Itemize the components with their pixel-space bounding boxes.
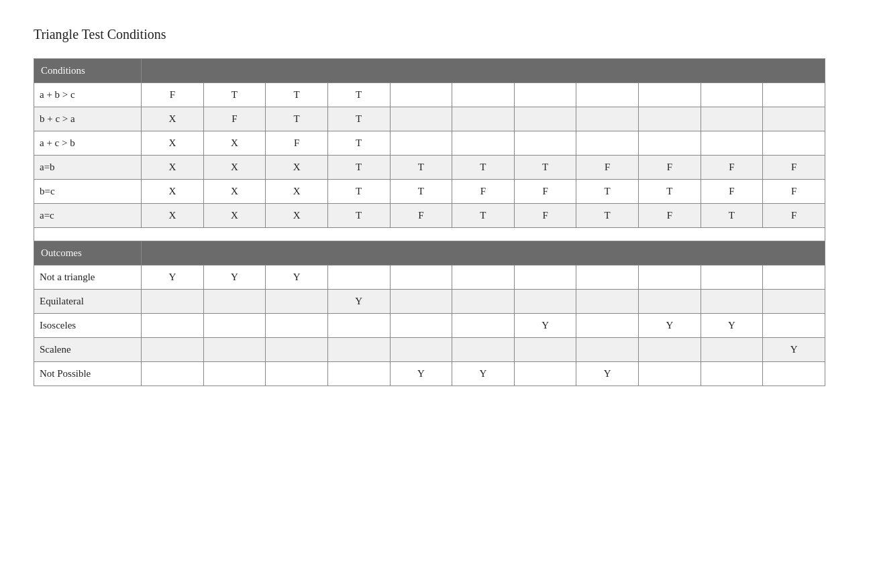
cell: Y (452, 362, 515, 386)
cell (576, 107, 639, 131)
cell (452, 107, 515, 131)
row-label: b=c (34, 180, 142, 204)
cell (701, 83, 763, 107)
cell (701, 107, 763, 131)
outcomes-header-label: Outcomes (34, 241, 142, 266)
cell (327, 314, 390, 338)
cell: Y (514, 314, 576, 338)
table-row: Not PossibleYYY (34, 362, 825, 386)
cell (452, 83, 515, 107)
cell: T (327, 180, 390, 204)
cell (452, 131, 515, 156)
table-row: EquilateralY (34, 290, 825, 314)
conditions-header-row: Conditions (34, 59, 825, 83)
cell (639, 290, 701, 314)
table-row: b=cXXXTTFFTTFF (34, 180, 825, 204)
cell: T (266, 83, 328, 107)
cell (514, 362, 576, 386)
cell (390, 83, 452, 107)
cell: T (266, 107, 328, 131)
cell (452, 290, 515, 314)
cell (514, 83, 576, 107)
cell (390, 107, 452, 131)
cell: X (142, 180, 204, 204)
cell: F (576, 156, 639, 180)
cell (203, 314, 266, 338)
cell: F (639, 156, 701, 180)
cell: X (266, 204, 328, 228)
cell: Y (327, 290, 390, 314)
row-label: a=c (34, 204, 142, 228)
row-label: Scalene (34, 338, 142, 362)
row-label: Equilateral (34, 290, 142, 314)
cell: T (514, 156, 576, 180)
cell: X (266, 156, 328, 180)
cell (266, 362, 328, 386)
cell: T (452, 204, 515, 228)
row-label: Isosceles (34, 314, 142, 338)
cell: T (390, 180, 452, 204)
cell: T (327, 156, 390, 180)
cell (142, 290, 204, 314)
table-row: a=cXXXTFTFTFTF (34, 204, 825, 228)
cell (390, 131, 452, 156)
cell: F (763, 180, 825, 204)
table-row: b + c > aXFTT (34, 107, 825, 131)
cell (452, 314, 515, 338)
cell: F (452, 180, 515, 204)
cell: F (763, 204, 825, 228)
cell (576, 290, 639, 314)
cell (390, 266, 452, 290)
cell: Y (203, 266, 266, 290)
cell (576, 266, 639, 290)
table-row: a + b > cFTTT (34, 83, 825, 107)
cell: Y (763, 338, 825, 362)
cell: X (203, 180, 266, 204)
cell (639, 338, 701, 362)
cell: X (142, 156, 204, 180)
cell (203, 290, 266, 314)
row-label: a + c > b (34, 131, 142, 156)
cell (514, 107, 576, 131)
cell: X (266, 180, 328, 204)
cell (701, 362, 763, 386)
cell: Y (639, 314, 701, 338)
table-row: a=bXXXTTTTFFFF (34, 156, 825, 180)
cell (266, 314, 328, 338)
cell: F (639, 204, 701, 228)
cell (327, 338, 390, 362)
cell: X (203, 131, 266, 156)
cell: X (203, 204, 266, 228)
cell: X (142, 131, 204, 156)
cell (266, 338, 328, 362)
cell (327, 362, 390, 386)
cell: Y (142, 266, 204, 290)
table-row: IsoscelesYYY (34, 314, 825, 338)
cell: X (203, 156, 266, 180)
spacer-row (34, 228, 825, 241)
cell: X (142, 204, 204, 228)
cell: F (701, 156, 763, 180)
row-label: a=b (34, 156, 142, 180)
cell: Y (701, 314, 763, 338)
cell: T (327, 107, 390, 131)
cell (701, 266, 763, 290)
cell (390, 290, 452, 314)
cell (701, 338, 763, 362)
row-label: Not a triangle (34, 266, 142, 290)
cell (514, 266, 576, 290)
cell (390, 338, 452, 362)
cell: T (452, 156, 515, 180)
cell (266, 290, 328, 314)
cell (514, 131, 576, 156)
cell (576, 131, 639, 156)
table-row: ScaleneY (34, 338, 825, 362)
cell (639, 131, 701, 156)
cell (763, 314, 825, 338)
cell (763, 362, 825, 386)
table-row: Not a triangleYYY (34, 266, 825, 290)
cell: Y (576, 362, 639, 386)
cell (639, 362, 701, 386)
decision-table: Conditions a + b > cFTTTb + c > aXFTTa +… (34, 58, 825, 386)
cell (452, 266, 515, 290)
